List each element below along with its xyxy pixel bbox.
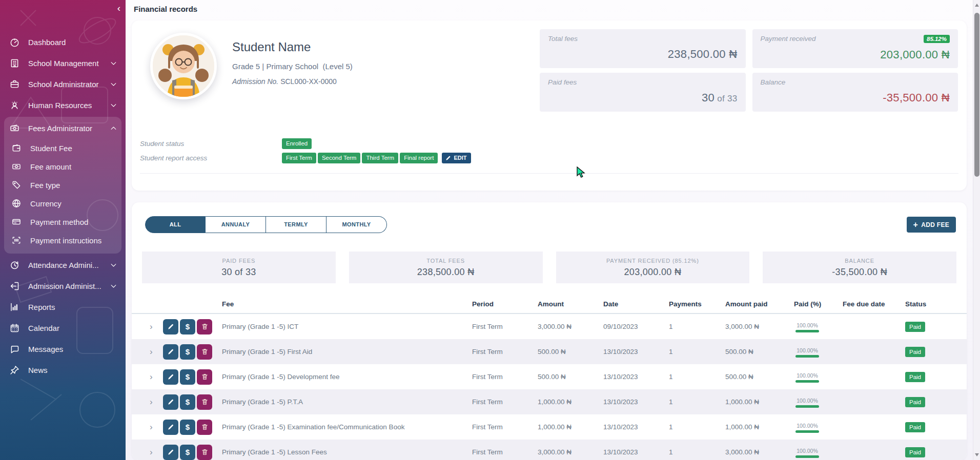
delete-fee-button[interactable] xyxy=(197,394,212,410)
edit-fee-button[interactable] xyxy=(163,344,178,360)
sidebar-item-payment-method[interactable]: Payment method xyxy=(4,213,121,231)
sidebar-item-human-resources[interactable]: Human Resources xyxy=(0,95,126,116)
fee-payments: 1 xyxy=(669,398,725,406)
pay-fee-button[interactable]: $ xyxy=(180,445,195,460)
scrollbar-up-arrow[interactable] xyxy=(975,4,979,7)
fee-amount-paid: 1,000.00 ₦ xyxy=(725,423,794,431)
chevron-down-icon xyxy=(110,59,117,67)
stat-value: 238,500.00 ₦ xyxy=(548,48,738,61)
edit-report-access-button[interactable]: EDIT xyxy=(442,153,471,163)
tab-annualy[interactable]: ANNUALY xyxy=(206,216,266,233)
table-row: ›$Primary (Grade 1 -5) First AidFirst Te… xyxy=(132,339,967,364)
sidebar-item-fees-administrator[interactable]: Fees Administrator xyxy=(4,118,121,139)
stat-label: Total fees xyxy=(548,35,578,43)
calendar-icon xyxy=(9,323,21,334)
report-access-badge-second-term: Second Term xyxy=(318,153,361,163)
stat-paid-fees: Paid fees30 of 33 xyxy=(540,73,746,112)
tab-termly[interactable]: TERMLY xyxy=(266,216,326,233)
sidebar-item-currency[interactable]: Currency xyxy=(4,194,121,213)
status-rows: Student status Enrolled Student report a… xyxy=(140,138,958,167)
fee-period: First Term xyxy=(472,323,538,330)
sidebar-item-messages[interactable]: Messages xyxy=(0,339,126,360)
sidebar-item-fee-amount[interactable]: Fee amount xyxy=(4,157,121,176)
add-fee-button[interactable]: + ADD FEE xyxy=(907,217,956,233)
scrollbar-down-arrow[interactable] xyxy=(975,453,979,456)
delete-fee-button[interactable] xyxy=(197,319,212,334)
scrollbar-thumb[interactable] xyxy=(974,13,979,177)
sidebar-item-school-management[interactable]: School Management xyxy=(0,53,126,74)
delete-fee-button[interactable] xyxy=(197,369,212,385)
stat-head: Payment received85.12% xyxy=(761,35,950,43)
sidebar-item-school-administrator[interactable]: School Administrator xyxy=(0,74,126,95)
edit-fee-button[interactable] xyxy=(163,394,178,410)
sidebar-item-label: School Administrator xyxy=(28,80,99,89)
edit-fee-button[interactable] xyxy=(163,420,178,435)
fee-amount-paid: 500.00 ₦ xyxy=(725,373,794,381)
sidebar-item-label: Dashboard xyxy=(28,38,66,47)
barcode-icon xyxy=(11,235,23,246)
tab-all[interactable]: ALL xyxy=(145,216,206,233)
row-actions: $ xyxy=(163,369,222,385)
row-expand-chevron-icon[interactable]: › xyxy=(150,448,163,456)
row-expand-chevron-icon[interactable]: › xyxy=(150,423,163,431)
wallet-icon xyxy=(11,142,23,154)
sidebar-item-student-fee[interactable]: Student Fee xyxy=(4,139,121,157)
fee-amount-paid: 500.00 ₦ xyxy=(725,348,794,356)
summary-card-label: PAID FEES xyxy=(222,258,256,264)
tab-monthly[interactable]: MONTHLY xyxy=(326,216,387,233)
fee-period: First Term xyxy=(472,448,538,456)
student-stats-grid: Total fees238,500.00 ₦Payment received85… xyxy=(540,29,958,112)
stat-payment-received: Payment received85.12%203,000.00 ₦ xyxy=(752,29,958,68)
delete-fee-button[interactable] xyxy=(197,420,212,435)
pay-fee-button[interactable]: $ xyxy=(180,344,195,360)
sidebar-item-reports[interactable]: Reports xyxy=(0,297,126,318)
sidebar-item-label: Reports xyxy=(28,303,55,311)
stat-label: Paid fees xyxy=(548,78,577,86)
delete-fee-button[interactable] xyxy=(197,445,212,460)
status-badge-paid: Paid xyxy=(905,372,925,382)
row-expand-chevron-icon[interactable]: › xyxy=(150,347,163,356)
sidebar-item-admission-administ[interactable]: Admission Administ... xyxy=(0,276,126,297)
student-admission: Admission No. SCL000-XX-0000 xyxy=(232,77,353,86)
row-actions: $ xyxy=(163,445,222,460)
edit-fee-button[interactable] xyxy=(163,445,178,460)
student-status-label: Student status xyxy=(140,140,282,148)
edit-fee-button[interactable] xyxy=(163,319,178,334)
summary-card-label: TOTAL FEES xyxy=(426,258,465,264)
sidebar-collapse-button[interactable]: ‹ xyxy=(117,3,120,13)
fee-paid-percent: 100.00% xyxy=(794,396,821,408)
row-expand-chevron-icon[interactable]: › xyxy=(150,372,163,381)
fee-paid-percent: 100.00% xyxy=(794,346,821,358)
sidebar-item-label: School Management xyxy=(28,59,99,68)
paid-percent-text: 100.00% xyxy=(797,423,818,429)
pay-fee-button[interactable]: $ xyxy=(180,369,195,385)
row-actions: $ xyxy=(163,319,222,334)
table-row: ›$Primary (Grade 1 -5) P.T.AFirst Term1,… xyxy=(132,389,967,414)
sidebar-item-payment-instructions[interactable]: Payment instructions xyxy=(4,231,121,249)
sidebar-item-calendar[interactable]: Calendar xyxy=(0,318,126,339)
summary-card-payment-received-85-12: PAYMENT RECEIVED (85.12%)203,000.00 ₦ xyxy=(556,252,750,283)
summary-card-total-fees: TOTAL FEES238,500.00 ₦ xyxy=(349,252,543,283)
fee-name: Primary (Grade 1 -5) Lesson Fees xyxy=(222,448,472,456)
delete-fee-button[interactable] xyxy=(197,344,212,360)
pay-fee-button[interactable]: $ xyxy=(180,319,195,334)
sidebar-item-label: Currency xyxy=(30,199,62,208)
page-title: Financial records xyxy=(126,0,973,17)
fee-payments: 1 xyxy=(669,373,725,381)
fee-paid-percent: 100.00% xyxy=(794,321,821,332)
pay-fee-button[interactable]: $ xyxy=(180,394,195,410)
pay-fee-button[interactable]: $ xyxy=(180,420,195,435)
fee-date: 13/10/2023 xyxy=(603,398,669,406)
row-expand-chevron-icon[interactable]: › xyxy=(150,398,163,406)
admission-value: SCL000-XX-0000 xyxy=(280,77,337,86)
edit-fee-button[interactable] xyxy=(163,369,178,385)
page-scrollbar[interactable] xyxy=(973,0,980,460)
sidebar-item-attendance-admini[interactable]: Attendance Admini... xyxy=(0,255,126,276)
sidebar-item-fee-type[interactable]: Fee type xyxy=(4,176,121,194)
sidebar-item-news[interactable]: News xyxy=(0,360,126,381)
row-expand-chevron-icon[interactable]: › xyxy=(150,322,163,331)
sidebar-item-dashboard[interactable]: Dashboard xyxy=(0,32,126,53)
paid-percent-bar xyxy=(795,380,819,383)
sidebar-item-label: Attendance Admini... xyxy=(28,261,99,269)
table-row: ›$Primary (Grade 1 -5) ICTFirst Term3,00… xyxy=(132,314,967,339)
